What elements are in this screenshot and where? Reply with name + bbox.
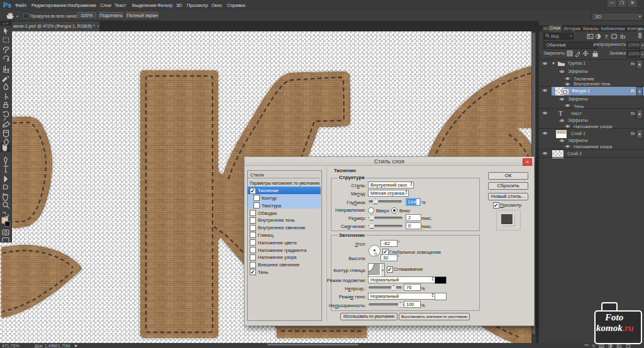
- svg-text:T: T: [605, 34, 609, 40]
- svg-text:fx: fx: [592, 344, 596, 348]
